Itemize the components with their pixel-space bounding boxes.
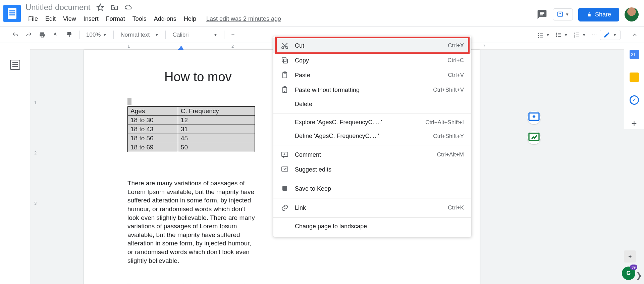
menu-edit[interactable]: Edit: [43, 14, 58, 24]
table-row: 18 to 6950: [128, 143, 255, 152]
svg-point-3: [556, 36, 557, 37]
ruler-mark: 2: [34, 150, 37, 155]
font-size-decrease[interactable]: −: [228, 30, 237, 40]
hide-sidepanel-button[interactable]: ❯: [636, 271, 642, 280]
menu-file[interactable]: File: [25, 14, 41, 24]
share-button[interactable]: Share: [578, 8, 619, 21]
suggest-edits-button[interactable]: [527, 131, 541, 144]
context-menu-comment[interactable]: Comment Ctrl+Alt+M: [273, 147, 471, 162]
menu-separator: [273, 217, 471, 218]
svg-rect-5: [558, 35, 561, 35]
paste-plain-icon: [281, 86, 289, 94]
numbered-list-button[interactable]: 123▼: [571, 30, 589, 40]
svg-rect-23: [282, 186, 287, 191]
side-panel: +: [624, 43, 644, 129]
context-menu-link[interactable]: Link Ctrl+K: [273, 200, 471, 215]
context-menu-paste-plain[interactable]: Paste without formatting Ctrl+Shift+V: [273, 83, 471, 97]
comment-icon: [281, 151, 289, 159]
cloud-status-icon[interactable]: [124, 3, 132, 11]
print-button[interactable]: [36, 30, 48, 40]
editing-mode-button[interactable]: ▼: [600, 30, 621, 40]
explore-fab[interactable]: ✦: [624, 250, 636, 263]
svg-point-13: [282, 47, 284, 49]
calendar-addon-button[interactable]: [630, 50, 639, 59]
table-row: 18 to 4331: [128, 125, 255, 134]
star-icon[interactable]: [96, 3, 104, 11]
document-title[interactable]: Untitled document: [25, 3, 90, 12]
redo-button[interactable]: [23, 30, 35, 40]
menu-help[interactable]: Help: [181, 14, 199, 24]
grammarly-badge[interactable]: G39: [622, 267, 635, 280]
menu-insert[interactable]: Insert: [81, 14, 101, 24]
svg-rect-16: [282, 58, 286, 62]
context-menu-explore[interactable]: Explore 'AgesC. FrequencyC. ...' Ctrl+Al…: [273, 115, 471, 129]
bulleted-list-button[interactable]: ▼: [552, 30, 571, 40]
context-menu-paste[interactable]: Paste Ctrl+V: [273, 68, 471, 83]
ruler-mark: 3: [34, 201, 37, 206]
account-avatar[interactable]: [625, 7, 639, 21]
add-comment-button[interactable]: [527, 111, 541, 124]
copy-icon: [281, 56, 289, 64]
app-header: Untitled document File Edit View Insert …: [0, 0, 644, 27]
context-menu-keep[interactable]: Save to Keep: [273, 181, 471, 196]
context-menu-suggest[interactable]: Suggest edits: [273, 162, 471, 177]
text-cursor: [127, 98, 131, 105]
undo-button[interactable]: [9, 30, 21, 40]
ruler-mark: 1: [127, 44, 130, 49]
svg-rect-6: [558, 36, 561, 37]
present-button[interactable]: ▼: [553, 8, 573, 20]
svg-point-2: [556, 34, 557, 35]
document-outline-button[interactable]: [10, 60, 20, 70]
svg-rect-4: [558, 33, 561, 34]
zoom-select[interactable]: 100%▼: [84, 30, 109, 40]
font-select[interactable]: Calibri▼: [170, 30, 220, 40]
ruler-mark: 2: [231, 44, 234, 49]
menu-tools[interactable]: Tools: [130, 14, 149, 24]
menu-separator: [273, 179, 471, 179]
context-menu-copy[interactable]: Copy Ctrl+C: [273, 53, 471, 68]
svg-rect-25: [529, 133, 539, 141]
indent-marker-icon[interactable]: [179, 46, 183, 49]
paragraph-style-select[interactable]: Normal text▼: [118, 30, 161, 40]
menu-format[interactable]: Format: [103, 14, 128, 24]
menu-separator: [273, 113, 471, 113]
checklist-button[interactable]: ▼: [534, 30, 552, 40]
menu-addons[interactable]: Add-ons: [151, 14, 179, 24]
keep-addon-button[interactable]: [630, 73, 639, 82]
paste-icon: [281, 71, 289, 79]
svg-rect-11: [576, 35, 579, 35]
paragraph: There are many variations of passages of…: [127, 179, 255, 265]
collapse-toolbar-button[interactable]: [629, 30, 641, 40]
get-addons-button[interactable]: +: [631, 118, 637, 129]
more-toolbar-button[interactable]: ⋯: [589, 30, 600, 40]
menu-bar: File Edit View Insert Format Tools Add-o…: [25, 14, 537, 24]
context-menu-delete[interactable]: Delete: [273, 97, 471, 111]
context-menu: Cut Ctrl+X Copy Ctrl+C Paste Ctrl+V Past…: [273, 36, 471, 237]
table-row: 18 to 5645: [128, 134, 255, 143]
context-menu-define[interactable]: Define 'AgesC. FrequencyC. ...' Ctrl+Shi…: [273, 129, 471, 143]
svg-rect-10: [576, 33, 579, 33]
suggest-icon: [281, 165, 289, 174]
docs-logo[interactable]: [3, 5, 21, 22]
table-row: 18 to 3012: [128, 116, 255, 125]
context-menu-landscape[interactable]: Change page to landscape: [273, 220, 471, 233]
svg-rect-22: [282, 167, 288, 171]
tasks-addon-button[interactable]: [630, 95, 639, 105]
svg-rect-12: [576, 37, 579, 37]
svg-point-14: [286, 47, 288, 49]
move-icon[interactable]: [110, 3, 118, 11]
cut-icon: [281, 42, 289, 50]
data-table[interactable]: AgesC. Frequency 18 to 3012 18 to 4331 1…: [127, 106, 255, 152]
paint-format-button[interactable]: [63, 30, 75, 40]
last-edit-link[interactable]: Last edit was 2 minutes ago: [204, 14, 284, 24]
comments-icon[interactable]: [537, 9, 547, 20]
table-header: C. Frequency: [178, 107, 255, 116]
menu-view[interactable]: View: [60, 14, 79, 24]
badge-count: 39: [630, 265, 637, 270]
context-menu-cut[interactable]: Cut Ctrl+X: [273, 38, 471, 53]
svg-point-1: [556, 33, 557, 34]
ruler-mark: 1: [34, 100, 37, 105]
spellcheck-button[interactable]: [50, 30, 62, 40]
keep-icon: [281, 185, 289, 193]
vertical-ruler[interactable]: 1 2 3: [32, 50, 44, 284]
